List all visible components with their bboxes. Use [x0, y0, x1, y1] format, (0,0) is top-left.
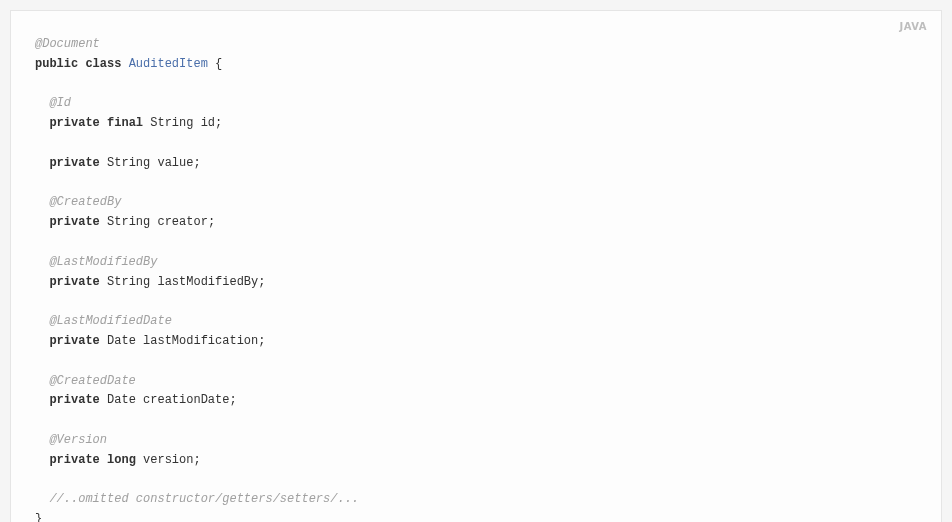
- kw-private-7: private: [49, 453, 99, 467]
- field-version: version: [143, 453, 193, 467]
- semi-3: ;: [208, 215, 215, 229]
- field-creator: creator: [157, 215, 207, 229]
- kw-private-1: private: [49, 116, 99, 130]
- annotation-createddate: @CreatedDate: [49, 374, 135, 388]
- kw-private-2: private: [49, 156, 99, 170]
- type-string-2: String: [107, 156, 150, 170]
- close-brace: }: [35, 512, 42, 522]
- kw-final: final: [107, 116, 143, 130]
- semi-2: ;: [193, 156, 200, 170]
- field-id: id: [201, 116, 215, 130]
- kw-long: long: [107, 453, 136, 467]
- type-string-1: String: [150, 116, 193, 130]
- annotation-id: @Id: [49, 96, 71, 110]
- semi-7: ;: [193, 453, 200, 467]
- semi-5: ;: [258, 334, 265, 348]
- class-name: AuditedItem: [129, 57, 208, 71]
- annotation-createdby: @CreatedBy: [49, 195, 121, 209]
- kw-private-3: private: [49, 215, 99, 229]
- type-string-3: String: [107, 215, 150, 229]
- code-block: JAVA @Document public class AuditedItem …: [10, 10, 942, 522]
- open-brace: {: [208, 57, 222, 71]
- field-value: value: [157, 156, 193, 170]
- kw-private-4: private: [49, 275, 99, 289]
- annotation-version: @Version: [49, 433, 107, 447]
- type-date-2: Date: [107, 393, 136, 407]
- semi-6: ;: [229, 393, 236, 407]
- kw-private-5: private: [49, 334, 99, 348]
- kw-public: public: [35, 57, 78, 71]
- field-lastmodifiedby: lastModifiedBy: [157, 275, 258, 289]
- kw-private-6: private: [49, 393, 99, 407]
- language-label: JAVA: [899, 21, 927, 32]
- annotation-document: @Document: [35, 37, 100, 51]
- semi-1: ;: [215, 116, 222, 130]
- type-date-1: Date: [107, 334, 136, 348]
- annotation-lastmodifieddate: @LastModifiedDate: [49, 314, 171, 328]
- kw-class: class: [85, 57, 121, 71]
- comment: //..omitted constructor/getters/setters/…: [49, 492, 359, 506]
- semi-4: ;: [258, 275, 265, 289]
- field-lastmodification: lastModification: [143, 334, 258, 348]
- annotation-lastmodifiedby: @LastModifiedBy: [49, 255, 157, 269]
- field-creationdate: creationDate: [143, 393, 229, 407]
- type-string-4: String: [107, 275, 150, 289]
- code-content[interactable]: @Document public class AuditedItem { @Id…: [35, 35, 917, 522]
